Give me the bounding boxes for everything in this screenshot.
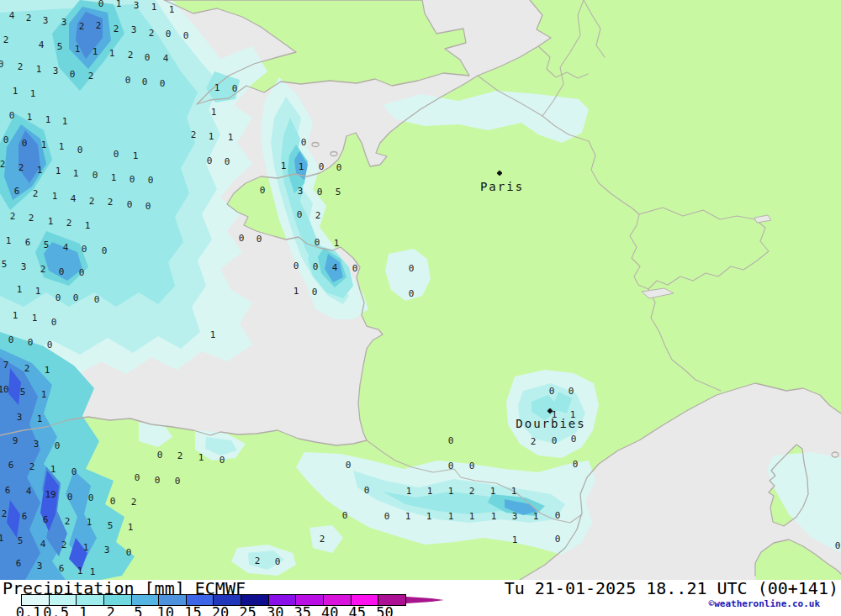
colorbar-tick-15: 15 [184, 604, 201, 616]
colorbar-tick-1: 1 [79, 604, 87, 616]
colorbar-tick-labels: 0.10.5125101520253035404550 [0, 604, 471, 616]
colorbar-tick-40: 40 [321, 604, 338, 616]
colorbar-tick-25: 25 [239, 604, 256, 616]
colorbar-tick-50: 50 [376, 604, 393, 616]
colorbar-tick-2: 2 [107, 604, 115, 616]
weather-map-page: 0131142332223200245111204021302000111001… [0, 0, 841, 616]
colorbar-tick-0.1: 0.1 [16, 604, 42, 616]
map-canvas [0, 0, 841, 580]
forecast-datetime: Tu 21-01-2025 18..21 UTC (00+141) [505, 578, 838, 598]
legend-bar: Precipitation [mm] ECMWF 0.10.5125101520… [0, 580, 841, 616]
precipitation-map: 0131142332223200245111204021302000111001… [0, 0, 841, 580]
copyright-link[interactable]: ©weatheronline.co.uk [709, 598, 820, 609]
colorbar-tick-20: 20 [212, 604, 229, 616]
colorbar-tick-30: 30 [267, 604, 283, 616]
colorbar-tick-5: 5 [134, 604, 142, 616]
colorbar-tick-10: 10 [157, 604, 174, 616]
colorbar-tick-35: 35 [294, 604, 310, 616]
colorbar-tick-0.5: 0.5 [43, 604, 69, 616]
colorbar-tick-45: 45 [349, 604, 366, 616]
